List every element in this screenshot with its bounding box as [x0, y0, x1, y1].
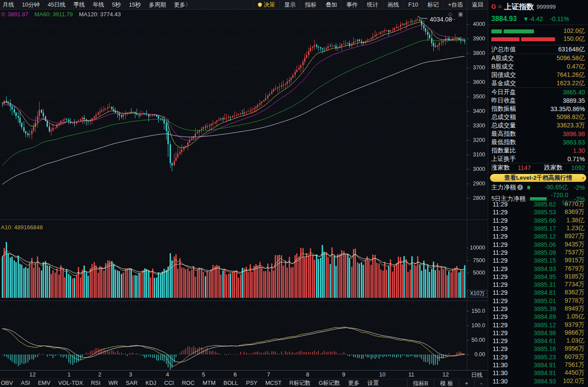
period-item-45日线[interactable]: 45日线	[44, 0, 69, 9]
tool-item-画线[interactable]: 画线	[383, 0, 403, 9]
tick-volume: 8927万	[556, 232, 584, 240]
tick-row[interactable]: 11:293885.538369万	[488, 208, 588, 216]
indicator-tab-RSI[interactable]: RSI	[87, 380, 105, 386]
period-item-多周期[interactable]: 多周期	[145, 0, 170, 9]
indicator-tab-ROC[interactable]: ROC	[178, 380, 199, 386]
indicator-tab-CCI[interactable]: CCI	[160, 380, 178, 386]
indicator-tab-WR[interactable]: WR	[105, 380, 122, 386]
indicator-tab-EMV[interactable]: EMV	[34, 380, 54, 386]
indicator-tab-MCST[interactable]: MCST	[261, 380, 286, 386]
tool-item-显示[interactable]: 显示	[279, 0, 300, 9]
tool-item-F10[interactable]: F10	[403, 0, 422, 9]
time-axis: 日线 12123456789101112	[0, 370, 488, 379]
period-item-年线[interactable]: 年线	[89, 0, 108, 9]
stat-value: 33.35/0.86%	[550, 105, 585, 112]
tool-item-标记[interactable]: 标记	[422, 0, 443, 9]
tick-row[interactable]: 11:293884.891.05亿	[488, 313, 588, 321]
tool-item-决策[interactable]: 决策	[253, 0, 279, 9]
tab-right--[interactable]: -	[474, 380, 488, 387]
indicator-tab-SAR[interactable]: SAR	[122, 380, 142, 386]
tick-row[interactable]: 11:293885.069435万	[488, 240, 588, 248]
chart-canvas[interactable]	[0, 10, 488, 370]
indicator-tab-BOLL[interactable]: BOLL	[219, 380, 242, 386]
indicator-tab-G标记数[interactable]: G标记数	[315, 379, 344, 387]
info-icon[interactable]: i	[517, 184, 523, 190]
tick-row[interactable]: 11:293885.097537万	[488, 249, 588, 257]
tick-row[interactable]: 11:293885.317734万	[488, 281, 588, 289]
period-item-更多〉[interactable]: 更多〉	[170, 0, 195, 9]
tick-volume: 1.03亿	[556, 337, 584, 345]
tab-right-指标B[interactable]: 指标B	[407, 380, 434, 387]
tick-row[interactable]: 11:293885.661.38亿	[488, 217, 588, 224]
level2-button[interactable]: 查看Level-2千档高频行情›	[490, 174, 586, 182]
indicator-tab-R标记数[interactable]: R标记数	[286, 379, 315, 387]
tick-row[interactable]: 11:293885.628770万	[488, 200, 588, 208]
stat-row-指数振幅: 指数振幅33.35/0.86%	[488, 105, 588, 113]
month-label-5: 5	[202, 371, 205, 378]
tick-price: 3884.81	[514, 289, 556, 296]
tick-row[interactable]: 11:293884.959185万	[488, 273, 588, 281]
stat-value: 0.71%	[567, 156, 585, 163]
stat-label: 今日开盘	[491, 88, 516, 96]
period-item-10分钟[interactable]: 10分钟	[18, 0, 44, 9]
indicator-tab-PSY[interactable]: PSY	[242, 380, 261, 386]
tick-row[interactable]: 11:293884.818362万	[488, 289, 588, 297]
tool-item-叠加[interactable]: 叠加	[321, 0, 341, 9]
tick-row[interactable]: 11:293884.611.03亿	[488, 337, 588, 345]
period-item-月线[interactable]: 月线	[0, 0, 18, 9]
tool-item-统计[interactable]: 统计	[362, 0, 383, 9]
tick-row[interactable]: 11:293885.129379万	[488, 321, 588, 329]
tick-row[interactable]: 11:303884.917561万	[488, 361, 588, 369]
tick-price: 3884.91	[514, 362, 556, 369]
month-label-6: 6	[233, 371, 236, 378]
stat-section: 今日开盘3865.40昨日收盘3889.35指数振幅33.35/0.86%总成交…	[488, 87, 588, 163]
tab-right-模 板[interactable]: 模 板	[434, 380, 459, 387]
period-item-5秒[interactable]: 5秒	[108, 0, 125, 9]
tick-row[interactable]: 11:293885.019778万	[488, 297, 588, 305]
tick-row[interactable]: 11:293884.989866万	[488, 329, 588, 337]
indicator-tab-更多[interactable]: 更多	[344, 379, 363, 387]
decliners-label: 跌家数	[544, 164, 563, 172]
tick-row[interactable]: 11:293885.171.23亿	[488, 224, 588, 232]
indicator-tab-MTM[interactable]: MTM	[199, 380, 220, 386]
flow-bar-row: 150.0亿	[491, 35, 585, 43]
tick-row[interactable]: 11:303884.914450万	[488, 369, 588, 377]
tick-row[interactable]: 11:303884.93102.0万	[488, 377, 588, 385]
period-label[interactable]: 日线	[471, 371, 483, 379]
capital-flow-row: 主力净额i-90.65亿-2%	[488, 183, 588, 192]
tick-row[interactable]: 11:293885.128927万	[488, 232, 588, 240]
sell-bar	[491, 37, 557, 41]
tab-right-+[interactable]: +	[459, 380, 474, 387]
tick-volume: 9956万	[556, 345, 584, 353]
month-label-12: 12	[29, 371, 36, 378]
trading-terminal: 月线10分钟45日线季线年线5秒15秒多周期更多〉 决策显示指标叠加事件统计画线…	[0, 0, 588, 387]
indicator-tab-OBV[interactable]: OBV	[0, 380, 17, 386]
tick-row[interactable]: 11:293885.236079万	[488, 353, 588, 361]
menu-icon[interactable]: ≡	[498, 3, 501, 10]
stat-value: 1623.22亿	[556, 80, 585, 87]
tick-row[interactable]: 11:293885.159915万	[488, 257, 588, 264]
indicator-tab-ASI[interactable]: ASI	[17, 380, 34, 386]
tool-item-事件[interactable]: 事件	[341, 0, 362, 9]
tick-price: 3885.01	[514, 297, 556, 304]
tick-row[interactable]: 11:293885.398949万	[488, 305, 588, 313]
stat-value: 7641.26亿	[556, 71, 585, 79]
indicator-tab-VOL-TDX[interactable]: VOL-TDX	[54, 380, 87, 386]
tool-item-指标[interactable]: 指标	[300, 0, 321, 9]
stat-label: B股成交	[491, 63, 514, 71]
tick-row[interactable]: 11:293885.169956万	[488, 345, 588, 353]
period-item-季线[interactable]: 季线	[69, 0, 89, 9]
tool-item-返回[interactable]: 返回	[467, 0, 488, 9]
indicator-tab-KDJ[interactable]: KDJ	[142, 380, 160, 386]
stat-section: 沪总市值631648亿	[488, 45, 588, 54]
tick-price: 3885.39	[514, 305, 556, 312]
period-item-15秒[interactable]: 15秒	[125, 0, 145, 9]
tick-row[interactable]: 11:293884.937679万	[488, 264, 588, 272]
month-label-7: 7	[267, 371, 270, 378]
tool-item-+自选[interactable]: +自选	[443, 0, 467, 9]
tick-price: 3884.98	[514, 329, 556, 336]
tick-price: 3884.89	[514, 313, 556, 320]
indicator-tab-设置[interactable]: 设置	[363, 379, 383, 387]
chevron-right-icon: ›	[582, 174, 584, 182]
tick-price: 3885.62	[514, 201, 556, 208]
